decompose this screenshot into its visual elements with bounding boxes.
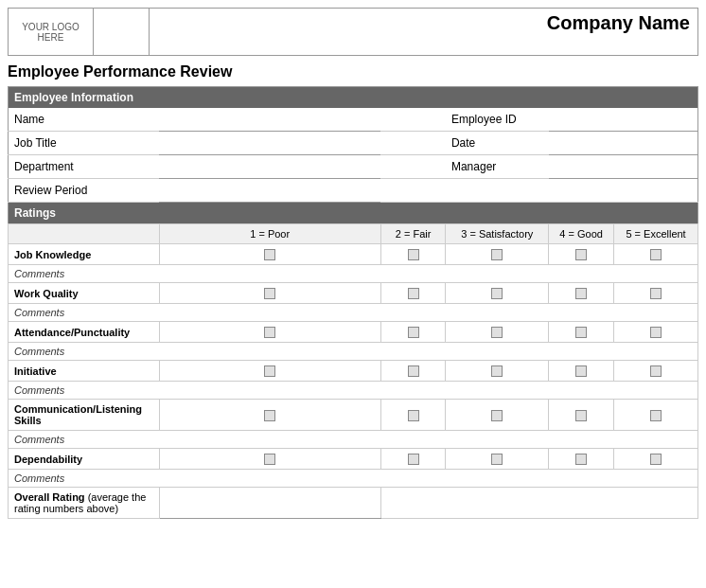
checkbox-icon (408, 365, 419, 377)
communication-row: Communication/Listening Skills (9, 400, 698, 431)
logo-text: YOUR LOGO HERE (22, 22, 79, 43)
company-name: Company Name (149, 9, 697, 56)
initiative-label: Initiative (9, 361, 160, 382)
checkbox-icon (264, 410, 275, 421)
employee-id-value[interactable] (549, 108, 698, 132)
ratings-column-headers: 1 = Poor 2 = Fair 3 = Satisfactory 4 = G… (9, 224, 698, 244)
initiative-rating-4[interactable] (549, 361, 614, 382)
comments-label: Comments (14, 307, 64, 318)
work-quality-rating-2[interactable] (380, 283, 446, 304)
employee-id-label: Employee ID (446, 108, 549, 132)
jobtitle-value[interactable] (159, 132, 380, 155)
dependability-rating-2[interactable] (380, 449, 446, 470)
work-quality-rating-5[interactable] (614, 283, 698, 304)
job-knowledge-rating-4[interactable] (549, 244, 614, 265)
communication-rating-3[interactable] (446, 400, 549, 431)
overall-rating-row: Overall Rating (average the rating numbe… (9, 488, 698, 519)
work-quality-rating-4[interactable] (549, 283, 614, 304)
attendance-rating-3[interactable] (446, 322, 549, 343)
dependability-comments[interactable]: Comments (9, 470, 698, 488)
checkbox-icon (264, 365, 275, 377)
job-knowledge-rating-5[interactable] (614, 244, 698, 265)
manager-value[interactable] (549, 155, 698, 179)
dependability-row: Dependability (9, 449, 698, 470)
department-spacer (380, 155, 446, 179)
employee-info-header-row: Employee Information (9, 87, 698, 109)
name-row: Name Employee ID (9, 108, 698, 132)
initiative-rating-2[interactable] (380, 361, 446, 382)
attendance-rating-2[interactable] (380, 322, 446, 343)
work-quality-rating-1[interactable] (159, 283, 380, 304)
checkbox-icon (408, 249, 419, 260)
checkbox-icon (408, 288, 419, 299)
job-knowledge-comments[interactable]: Comments (9, 265, 698, 283)
dependability-comments-row: Comments (9, 470, 698, 488)
col-header-category (9, 224, 160, 244)
dependability-rating-1[interactable] (159, 449, 380, 470)
checkbox-icon (491, 410, 503, 421)
initiative-comments[interactable]: Comments (9, 382, 698, 400)
attendance-rating-4[interactable] (549, 322, 614, 343)
overall-rating-label: Overall Rating (average the rating numbe… (9, 488, 160, 519)
name-value[interactable] (159, 108, 380, 132)
checkbox-icon (575, 365, 587, 377)
main-form-table: Employee Information Name Employee ID Jo… (8, 86, 698, 519)
initiative-rating-1[interactable] (159, 361, 380, 382)
dependability-label: Dependability (9, 449, 160, 470)
comments-label: Comments (14, 268, 64, 279)
work-quality-label: Work Quality (9, 283, 160, 304)
job-knowledge-rating-1[interactable] (159, 244, 380, 265)
attendance-rating-5[interactable] (614, 322, 698, 343)
communication-rating-2[interactable] (380, 400, 446, 431)
dependability-rating-3[interactable] (446, 449, 549, 470)
attendance-label: Attendance/Punctuality (9, 322, 160, 343)
col-header-4: 4 = Good (549, 224, 614, 244)
work-quality-comments[interactable]: Comments (9, 304, 698, 322)
job-knowledge-rating-2[interactable] (380, 244, 446, 265)
job-knowledge-row: Job Knowledge (9, 244, 698, 265)
checkbox-icon (650, 327, 662, 338)
overall-rating-spacer (380, 488, 697, 519)
communication-comments[interactable]: Comments (9, 431, 698, 449)
work-quality-rating-3[interactable] (446, 283, 549, 304)
attendance-rating-1[interactable] (159, 322, 380, 343)
page-title: Employee Performance Review (8, 63, 698, 80)
attendance-row: Attendance/Punctuality (9, 322, 698, 343)
checkbox-icon (264, 249, 275, 260)
communication-rating-4[interactable] (549, 400, 614, 431)
communication-rating-5[interactable] (614, 400, 698, 431)
ratings-header-row: Ratings (9, 203, 698, 224)
jobtitle-spacer (380, 132, 446, 155)
department-value[interactable] (159, 155, 380, 179)
initiative-rating-5[interactable] (614, 361, 698, 382)
header-middle-cell (94, 9, 150, 56)
review-period-spacer (380, 179, 697, 203)
comments-label: Comments (14, 434, 64, 445)
col-header-2: 2 = Fair (380, 224, 446, 244)
review-period-label: Review Period (9, 179, 160, 203)
checkbox-icon (491, 249, 503, 260)
review-period-value[interactable] (159, 179, 380, 203)
overall-rating-value[interactable] (159, 488, 380, 519)
logo-cell: YOUR LOGO HERE (9, 9, 94, 56)
employee-info-section-header: Employee Information (9, 87, 698, 109)
checkbox-icon (408, 410, 419, 421)
checkbox-icon (650, 454, 662, 465)
attendance-comments[interactable]: Comments (9, 343, 698, 361)
ratings-section-header: Ratings (9, 203, 698, 224)
job-knowledge-label: Job Knowledge (9, 244, 160, 265)
job-knowledge-rating-3[interactable] (446, 244, 549, 265)
jobtitle-label: Job Title (9, 132, 160, 155)
header-table: YOUR LOGO HERE Company Name (8, 8, 698, 56)
date-value[interactable] (549, 132, 698, 155)
communication-rating-1[interactable] (159, 400, 380, 431)
initiative-rating-3[interactable] (446, 361, 549, 382)
initiative-comments-row: Comments (9, 382, 698, 400)
department-row: Department Manager (9, 155, 698, 179)
checkbox-icon (264, 288, 275, 299)
dependability-rating-4[interactable] (549, 449, 614, 470)
attendance-comments-row: Comments (9, 343, 698, 361)
dependability-rating-5[interactable] (614, 449, 698, 470)
checkbox-icon (491, 288, 503, 299)
checkbox-icon (575, 410, 587, 421)
